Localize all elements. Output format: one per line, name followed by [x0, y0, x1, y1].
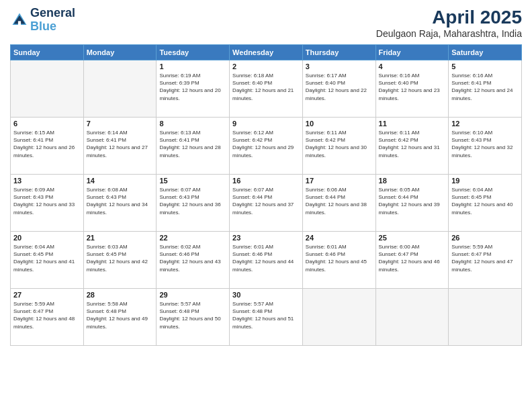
day-number: 23 [232, 234, 300, 242]
cell-info: Sunrise: 6:13 AMSunset: 6:41 PMDaylight:… [159, 129, 226, 159]
calendar-cell: 11Sunrise: 6:11 AMSunset: 6:42 PMDayligh… [375, 118, 449, 175]
calendar-cell: 20Sunrise: 6:04 AMSunset: 6:45 PMDayligh… [11, 232, 84, 289]
calendar-cell: 16Sunrise: 6:07 AMSunset: 6:44 PMDayligh… [230, 175, 303, 232]
calendar-cell: 10Sunrise: 6:11 AMSunset: 6:42 PMDayligh… [302, 118, 375, 175]
cell-info: Sunrise: 6:04 AMSunset: 6:45 PMDaylight:… [13, 243, 81, 273]
calendar-cell: 15Sunrise: 6:07 AMSunset: 6:43 PMDayligh… [157, 175, 230, 232]
calendar-week-row: 1Sunrise: 6:19 AMSunset: 6:39 PMDaylight… [11, 60, 522, 118]
cell-info: Sunrise: 6:04 AMSunset: 6:45 PMDaylight:… [451, 186, 519, 216]
day-number: 19 [451, 177, 519, 185]
day-number: 24 [306, 234, 373, 242]
calendar-cell [83, 60, 157, 118]
month-title: April 2025 [376, 7, 522, 28]
calendar-cell: 5Sunrise: 6:16 AMSunset: 6:41 PMDaylight… [449, 60, 522, 118]
day-number: 3 [306, 62, 373, 71]
cell-info: Sunrise: 5:57 AMSunset: 6:48 PMDaylight:… [232, 300, 300, 330]
calendar-table: SundayMondayTuesdayWednesdayThursdayFrid… [10, 44, 522, 346]
day-number: 4 [379, 62, 446, 71]
cell-info: Sunrise: 6:14 AMSunset: 6:41 PMDaylight:… [87, 129, 154, 159]
cell-info: Sunrise: 5:59 AMSunset: 6:47 PMDaylight:… [451, 243, 519, 273]
title-block: April 2025 Deulgaon Raja, Maharashtra, I… [376, 7, 522, 39]
calendar-cell [375, 289, 449, 346]
calendar-cell: 6Sunrise: 6:15 AMSunset: 6:41 PMDaylight… [11, 118, 84, 175]
calendar-cell: 24Sunrise: 6:01 AMSunset: 6:46 PMDayligh… [302, 232, 375, 289]
day-number: 16 [232, 177, 300, 185]
calendar-cell: 22Sunrise: 6:02 AMSunset: 6:46 PMDayligh… [157, 232, 230, 289]
calendar-cell: 8Sunrise: 6:13 AMSunset: 6:41 PMDaylight… [157, 118, 230, 175]
cell-info: Sunrise: 6:19 AMSunset: 6:39 PMDaylight:… [159, 72, 226, 102]
logo: General Blue [10, 7, 75, 34]
calendar-cell: 1Sunrise: 6:19 AMSunset: 6:39 PMDaylight… [157, 60, 230, 118]
calendar-cell: 21Sunrise: 6:03 AMSunset: 6:45 PMDayligh… [83, 232, 157, 289]
cell-info: Sunrise: 6:07 AMSunset: 6:43 PMDaylight:… [159, 186, 226, 216]
day-number: 10 [306, 120, 373, 128]
calendar-week-row: 13Sunrise: 6:09 AMSunset: 6:43 PMDayligh… [11, 175, 522, 232]
day-number: 14 [87, 177, 154, 185]
cell-info: Sunrise: 6:01 AMSunset: 6:46 PMDaylight:… [306, 243, 373, 273]
calendar-cell [302, 289, 375, 346]
cell-info: Sunrise: 6:01 AMSunset: 6:46 PMDaylight:… [232, 243, 300, 273]
header: General Blue April 2025 Deulgaon Raja, M… [10, 7, 522, 39]
logo-line2: Blue [30, 19, 56, 33]
day-number: 27 [13, 291, 81, 299]
day-number: 15 [159, 177, 226, 185]
cell-info: Sunrise: 6:16 AMSunset: 6:40 PMDaylight:… [379, 72, 446, 102]
calendar-cell: 7Sunrise: 6:14 AMSunset: 6:41 PMDaylight… [83, 118, 157, 175]
cell-info: Sunrise: 6:10 AMSunset: 6:43 PMDaylight:… [451, 129, 519, 159]
cell-info: Sunrise: 6:12 AMSunset: 6:42 PMDaylight:… [232, 129, 300, 159]
calendar-cell: 25Sunrise: 6:00 AMSunset: 6:47 PMDayligh… [375, 232, 449, 289]
calendar-cell: 12Sunrise: 6:10 AMSunset: 6:43 PMDayligh… [449, 118, 522, 175]
cell-info: Sunrise: 6:07 AMSunset: 6:44 PMDaylight:… [232, 186, 300, 216]
weekday-header: Tuesday [157, 45, 230, 60]
day-number: 2 [232, 62, 300, 71]
day-number: 21 [87, 234, 154, 242]
day-number: 8 [159, 120, 226, 128]
day-number: 20 [13, 234, 81, 242]
cell-info: Sunrise: 6:02 AMSunset: 6:46 PMDaylight:… [159, 243, 226, 273]
day-number: 25 [379, 234, 446, 242]
calendar-cell: 9Sunrise: 6:12 AMSunset: 6:42 PMDaylight… [230, 118, 303, 175]
location-title: Deulgaon Raja, Maharashtra, India [376, 28, 522, 39]
logo-icon [10, 11, 29, 30]
cell-info: Sunrise: 6:11 AMSunset: 6:42 PMDaylight:… [379, 129, 446, 159]
day-number: 29 [159, 291, 226, 299]
calendar-cell: 13Sunrise: 6:09 AMSunset: 6:43 PMDayligh… [11, 175, 84, 232]
day-number: 18 [379, 177, 446, 185]
logo-line1: General [30, 7, 75, 20]
cell-info: Sunrise: 6:16 AMSunset: 6:41 PMDaylight:… [451, 72, 519, 102]
calendar-cell: 14Sunrise: 6:08 AMSunset: 6:43 PMDayligh… [83, 175, 157, 232]
cell-info: Sunrise: 5:59 AMSunset: 6:47 PMDaylight:… [13, 300, 81, 330]
calendar-cell [449, 289, 522, 346]
day-number: 6 [13, 120, 81, 128]
day-number: 28 [87, 291, 154, 299]
calendar-cell: 30Sunrise: 5:57 AMSunset: 6:48 PMDayligh… [230, 289, 303, 346]
calendar-cell: 28Sunrise: 5:58 AMSunset: 6:48 PMDayligh… [83, 289, 157, 346]
weekday-header: Monday [83, 45, 157, 60]
day-number: 17 [306, 177, 373, 185]
calendar-cell: 4Sunrise: 6:16 AMSunset: 6:40 PMDaylight… [375, 60, 449, 118]
weekday-header: Wednesday [230, 45, 303, 60]
day-number: 1 [159, 62, 226, 71]
day-number: 26 [451, 234, 519, 242]
cell-info: Sunrise: 6:00 AMSunset: 6:47 PMDaylight:… [379, 243, 446, 273]
weekday-header: Thursday [302, 45, 375, 60]
cell-info: Sunrise: 5:57 AMSunset: 6:48 PMDaylight:… [159, 300, 226, 330]
day-number: 12 [451, 120, 519, 128]
calendar-cell: 17Sunrise: 6:06 AMSunset: 6:44 PMDayligh… [302, 175, 375, 232]
weekday-header: Friday [375, 45, 449, 60]
calendar-cell: 18Sunrise: 6:05 AMSunset: 6:44 PMDayligh… [375, 175, 449, 232]
cell-info: Sunrise: 6:08 AMSunset: 6:43 PMDaylight:… [87, 186, 154, 216]
cell-info: Sunrise: 6:18 AMSunset: 6:40 PMDaylight:… [232, 72, 300, 102]
calendar-week-row: 6Sunrise: 6:15 AMSunset: 6:41 PMDaylight… [11, 118, 522, 175]
calendar-cell: 19Sunrise: 6:04 AMSunset: 6:45 PMDayligh… [449, 175, 522, 232]
calendar-cell: 2Sunrise: 6:18 AMSunset: 6:40 PMDaylight… [230, 60, 303, 118]
day-number: 22 [159, 234, 226, 242]
calendar-cell: 23Sunrise: 6:01 AMSunset: 6:46 PMDayligh… [230, 232, 303, 289]
day-number: 30 [232, 291, 300, 299]
weekday-header: Sunday [11, 45, 84, 60]
cell-info: Sunrise: 6:15 AMSunset: 6:41 PMDaylight:… [13, 129, 81, 159]
day-number: 7 [87, 120, 154, 128]
calendar-cell: 27Sunrise: 5:59 AMSunset: 6:47 PMDayligh… [11, 289, 84, 346]
cell-info: Sunrise: 6:03 AMSunset: 6:45 PMDaylight:… [87, 243, 154, 273]
calendar-cell: 26Sunrise: 5:59 AMSunset: 6:47 PMDayligh… [449, 232, 522, 289]
